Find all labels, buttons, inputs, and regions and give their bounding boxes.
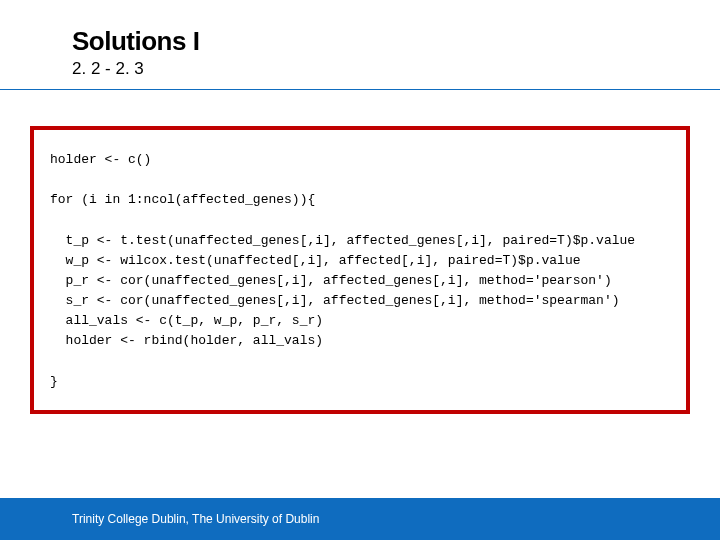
code-block: holder <- c() for (i in 1:ncol(affected_… [50,150,670,392]
slide-header: Solutions I 2. 2 - 2. 3 [0,0,720,79]
slide-footer: Trinity College Dublin, The University o… [0,498,720,540]
footer-text: Trinity College Dublin, The University o… [72,512,319,526]
slide-title: Solutions I [72,26,720,57]
slide-subtitle: 2. 2 - 2. 3 [72,59,720,79]
header-divider [0,89,720,90]
code-box: holder <- c() for (i in 1:ncol(affected_… [30,126,690,414]
